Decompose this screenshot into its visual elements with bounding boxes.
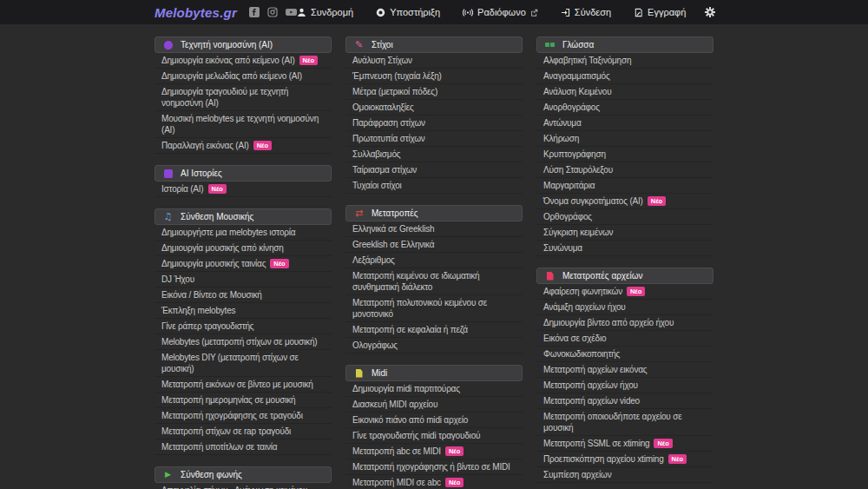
list-item[interactable]: Melobytes DIY (μετατροπή στίχων σε μουσι… [155,350,332,377]
list-item[interactable]: Μετατροπή κειμένου σε ιδιωματική συνθημα… [345,268,523,295]
list-item[interactable]: Έμπνευση (τυχαία λέξη) [345,69,523,84]
list-item[interactable]: Τυχαίοι στίχοι [345,178,523,194]
list-item-label: Αντώνυμα [543,117,582,129]
nav-item-support[interactable]: Υποστήριξη [376,7,440,17]
facebook-icon[interactable] [249,7,260,17]
list-item[interactable]: Δημιουργία μελωδίας από κείμενο (AI) [155,69,332,84]
list-item-label: DJ Ήχου [161,274,194,285]
list-item[interactable]: Μετατροπή σε κεφαλαία ή πεζά [345,322,523,338]
list-item[interactable]: Μετατροπή ηχογράφησης ή βίντεο σε MIDI [345,459,523,475]
nav-item-login[interactable]: Σύνδεση [561,7,611,17]
list-item-label: Γίνε ράπερ τραγουδιστής [161,320,253,332]
list-item[interactable]: Γίνε τραγουδιστής midi τραγουδιού [345,428,523,444]
list-item[interactable]: Μετατροπή SSML σε xtimingΝέο [536,436,713,452]
list-item[interactable]: Κλήρωση [536,131,713,147]
list-item-label: Μετατροπή στίχων σε rap τραγούδι [161,426,291,437]
list-item[interactable]: Μετατροπή υποτίτλων σε ταινία [155,439,332,455]
list-item[interactable]: Ορθογράφος [536,209,713,225]
list-item-label: Δημιουργήστε μια melobytes ιστορία [161,227,295,238]
list-item[interactable]: DJ Ήχου [155,272,332,287]
list-item[interactable]: Γίνε ράπερ τραγουδιστής [155,319,332,334]
list-item[interactable]: Μετατροπή abc σε MIDIΝέο [345,444,523,459]
section-title: AI Ιστορίες [181,169,222,178]
list-item[interactable]: Μαργαριτάρια [536,178,713,194]
list-item[interactable]: Ανορθογράφος [536,100,713,116]
list-item[interactable]: Αναγραμματισμός [536,69,713,84]
list-item[interactable]: Συνώνυμα [536,241,713,256]
section-midi: MidiΔημιουργία midi παρτιτούραςΔιασκευή … [345,365,523,489]
list-item[interactable]: Ανάλυση Κειμένου [536,84,713,100]
list-item[interactable]: Μουσική melobytes με τεχνητή νοημοσύνη (… [155,111,332,138]
section-title: Σύνθεση φωνής [181,470,242,479]
list-item[interactable]: Δημιουργία midi παρτιτούρας [345,381,523,397]
list-item[interactable]: Όνομα συγκροτήματος (AI)Νέο [536,194,713,209]
list-item[interactable]: Μετατροπή πολυτονικού κειμένου σε μονοτο… [345,295,523,322]
list-item[interactable]: Κρυπτογράφηση [536,147,713,162]
list-item[interactable]: Ολογράφως [345,338,523,354]
list-item[interactable]: Ελληνικά σε Greeklish [345,221,523,237]
list-item[interactable]: Μετατροπή στίχων σε rap τραγούδι [155,424,332,439]
list-item[interactable]: Παράφραση στίχων [345,116,523,131]
list-item[interactable]: Λεξάριθμος [345,253,523,268]
section-language: ΓλώσσαΑλφαβητική ΤαξινόμησηΑναγραμματισμ… [536,36,713,256]
list-item-label: Μετατροπή MIDI σε abc [352,477,441,488]
section-header-ai-tools: Τεχνητή νοημοσύνη (AI) [155,36,332,53]
list-item[interactable]: Αφαίρεση φωνητικώνΝέο [536,284,713,300]
list-item[interactable]: Παραλλαγή εικόνας (AI)Νέο [155,138,332,154]
column-1: Τεχνητή νοημοσύνη (AI)Δημιουργία εικόνας… [155,36,332,489]
list-item[interactable]: Δημιουργία μουσικής από κίνηση [155,241,332,256]
list-item-label: Μετατροπή ηχογράφησης ή βίντεο σε MIDI [352,461,510,472]
list-item[interactable]: Μετατροπή αρχείων εικόνας [536,362,713,378]
list-item[interactable]: Δημιουργία βίντεο από αρχείο ήχου [536,315,713,331]
list-item[interactable]: Μετατροπή εικόνων σε βίντεο με μουσική [155,377,332,393]
nav-item-label: Εγγραφή [648,7,686,17]
list-item[interactable]: Εικόνα σε σχέδιο [536,331,713,347]
list-item[interactable]: Λύση Σταυρόλεξου [536,162,713,178]
list-item[interactable]: Μετατροπή οποιουδήποτε αρχείου σε μουσικ… [536,409,713,436]
list-item[interactable]: Melobytes (μετατροπή στίχων σε μουσική) [155,334,332,350]
list-item[interactable]: Ομοιοκαταληξίες [345,100,523,116]
list-item[interactable]: Ιστορία (AI)Νέο [155,182,332,197]
instagram-icon[interactable] [267,7,278,17]
list-item[interactable]: Απαγγελία στίχων - Ανάγνωση κειμένου [155,483,332,489]
list-item[interactable]: Πρωτοτυπία στίχων [345,131,523,147]
list-item[interactable]: Δημιουργία τραγουδιού με τεχνητή νοημοσύ… [155,84,332,111]
list-item[interactable]: Μέτρα (μετρικοί πόδες) [345,84,523,100]
list-item[interactable]: Μετατροπή MIDI σε abcΝέο [345,475,523,489]
list-item[interactable]: Greeklish σε Ελληνικά [345,237,523,253]
list-item[interactable]: Προεπισκόπηση αρχείου xtimingΝέο [536,452,713,467]
nav-item-subscription[interactable]: Συνδρομή [297,7,353,17]
list-item[interactable]: Σύγκριση κειμένων [536,225,713,241]
section-ai-stories: AI ΙστορίεςΙστορία (AI)Νέο [155,165,332,197]
new-badge: Νέο [253,141,272,150]
section-title: Στίχοι [372,40,393,50]
youtube-icon[interactable] [286,7,297,17]
nav-item-radio[interactable]: Ραδιόφωνο [463,7,538,17]
list-item[interactable]: Αλφαβητική Ταξινόμηση [536,53,713,69]
section-conversions: ⇄ΜετατροπέςΕλληνικά σε GreeklishGreeklis… [345,205,523,354]
section-header-lyrics: ✎Στίχοι [345,36,523,53]
list-item[interactable]: Ανάλυση Στίχων [345,53,523,69]
list-item[interactable]: Δημιουργία μουσικής ταινίαςΝέο [155,256,332,272]
list-item[interactable]: Εικονικό πιάνο από midi αρχείο [345,413,523,428]
brain-icon [162,41,174,50]
list-item[interactable]: Μετατροπή αρχείων ήχου [536,378,713,393]
list-item[interactable]: Συμπίεση αρχείων [536,467,713,483]
site-logo[interactable]: Melobytes.gr [155,5,237,20]
list-item[interactable]: Δημιουργήστε μια melobytes ιστορία [155,225,332,241]
list-item[interactable]: Εικόνα / Βίντεο σε Μουσική [155,287,332,303]
list-item[interactable]: Μετατροπή ημερομηνίας σε μουσική [155,393,332,408]
nav-item-register[interactable]: Εγγραφή [634,7,686,17]
list-item[interactable]: Ανάμιξη αρχείων ήχου [536,300,713,315]
list-item-label: Πρωτοτυπία στίχων [352,133,425,144]
list-item[interactable]: Μετατροπή αρχείων video [536,393,713,409]
list-item[interactable]: Συλλαβισμός [345,147,523,162]
list-item[interactable]: Ταίριασμα στίχων [345,162,523,178]
list-item[interactable]: Αντώνυμα [536,116,713,131]
gear-icon[interactable] [705,7,715,17]
list-item[interactable]: Διασκευή MIDI αρχείου [345,397,523,413]
list-item[interactable]: Έκπληξη melobytes [155,303,332,319]
list-item[interactable]: Φωνοκωδικοποιητής [536,347,713,362]
list-item[interactable]: Δημιουργία εικόνας από κείμενο (AI)Νέο [155,53,332,69]
list-item[interactable]: Μετατροπή ηχογράφησης σε τραγούδι [155,408,332,424]
